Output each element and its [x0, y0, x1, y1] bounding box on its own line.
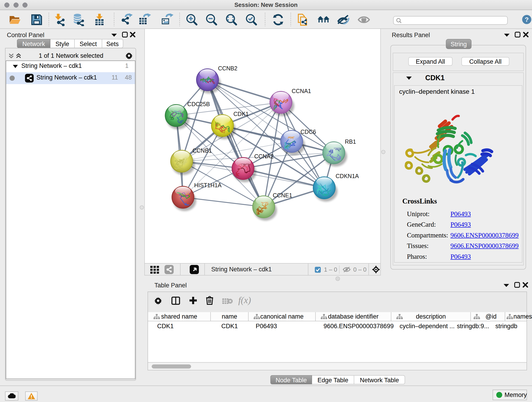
svg-text:?: ? — [525, 16, 529, 23]
svg-text:CDK1: CDK1 — [234, 111, 249, 117]
svg-text:CCNA1: CCNA1 — [292, 88, 311, 94]
svg-text:RB1: RB1 — [345, 138, 356, 145]
svg-text:CCNA2: CCNA2 — [254, 153, 274, 160]
svg-text:CCNE1: CCNE1 — [273, 192, 292, 198]
svg-text:CCNB1: CCNB1 — [192, 147, 212, 154]
svg-text:CDC6: CDC6 — [300, 128, 316, 135]
svg-text:CCNB2: CCNB2 — [218, 65, 237, 71]
svg-text:CDC25B: CDC25B — [187, 101, 210, 107]
svg-text:CDKN1A: CDKN1A — [336, 173, 359, 179]
svg-text:HIST1H1A: HIST1H1A — [194, 182, 222, 188]
